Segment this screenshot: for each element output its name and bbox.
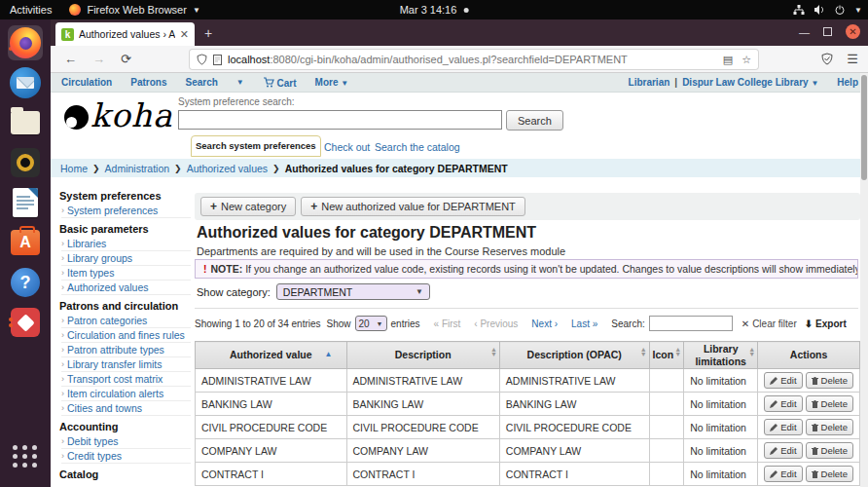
column-header-description[interactable]: Description▲▼ [346, 342, 499, 369]
edit-button[interactable]: Edit [764, 442, 802, 459]
reader-mode-icon[interactable]: ▤ [723, 54, 733, 66]
admin-sidebar: System preferences›System preferencesBas… [51, 185, 191, 482]
nav-library[interactable]: Dispur Law College Library ▼ [682, 77, 818, 88]
table-row: CONTRACT ICONTRACT ICONTRACT INo limitat… [196, 463, 860, 486]
minimize-button[interactable]: — [799, 26, 810, 38]
category-select[interactable]: DEPARTMENT▼ [276, 283, 430, 300]
back-button[interactable]: ← [64, 52, 77, 66]
clear-filter-button[interactable]: ✕Clear filter [741, 318, 797, 329]
delete-button[interactable]: Delete [806, 395, 853, 412]
tab-check-out[interactable]: Check out [324, 141, 370, 153]
forward-button[interactable]: → [92, 52, 105, 66]
delete-button[interactable]: Delete [806, 442, 853, 459]
koha-logo[interactable]: koha [64, 96, 173, 134]
pref-search-input[interactable] [178, 110, 502, 130]
dock-help[interactable]: ? [8, 265, 43, 300]
table-search-input[interactable] [649, 316, 733, 331]
table-controls: Showing 1 to 20 of 34 entries Show 20▼ e… [195, 315, 860, 332]
nav-search[interactable]: Search [185, 77, 217, 88]
dock-rhythmbox[interactable] [8, 145, 43, 180]
edit-button[interactable]: Edit [764, 372, 802, 389]
reload-button[interactable]: ⟳ [121, 52, 131, 66]
delete-button[interactable]: Delete [806, 466, 853, 482]
sidebar-section-title: Basic parameters [59, 223, 191, 235]
pagination-first[interactable]: « First [434, 318, 461, 329]
tab-close-icon[interactable]: ✕ [180, 28, 189, 41]
nav-circulation[interactable]: Circulation [61, 77, 112, 88]
delete-button[interactable]: Delete [806, 419, 853, 435]
thunderbird-icon [10, 67, 41, 98]
new-tab-button[interactable]: + [204, 25, 212, 41]
pagination-previous[interactable]: ‹ Previous [474, 318, 518, 329]
sidebar-item-circulation-and-fines-rules[interactable]: ›Circulation and fines rules [61, 328, 191, 343]
sidebar-item-debit-types[interactable]: ›Debit types [61, 434, 191, 449]
breadcrumb-administration[interactable]: Administration [105, 163, 170, 174]
bookmark-star-icon[interactable]: ☆ [741, 54, 751, 66]
chevron-right-icon: › [61, 239, 64, 248]
new-category-button[interactable]: +New category [200, 197, 296, 216]
shield-icon [197, 54, 207, 65]
page-size-select[interactable]: 20▼ [355, 316, 387, 331]
sidebar-item-library-groups[interactable]: ›Library groups [61, 251, 191, 266]
sidebar-item-item-circulation-alerts[interactable]: ›Item circulation alerts [61, 387, 191, 401]
table-search-label: Search: [611, 318, 644, 329]
sidebar-section-title: Accounting [59, 421, 191, 432]
breadcrumb-authorized-values[interactable]: Authorized values [187, 163, 268, 174]
edit-button[interactable]: Edit [764, 419, 802, 435]
clock[interactable]: Mar 3 14:16 [400, 4, 469, 16]
sidebar-item-patron-categories[interactable]: ›Patron categories [61, 314, 191, 328]
search-button[interactable]: Search [506, 110, 563, 131]
trash-icon [812, 377, 818, 385]
toolbar: +New category +New authorized value for … [195, 193, 860, 220]
browser-tab[interactable]: k Authorized values › Admi ✕ [55, 22, 195, 46]
sidebar-item-patron-attribute-types[interactable]: ›Patron attribute types [61, 343, 191, 357]
pagination-last[interactable]: Last » [571, 318, 597, 329]
activities-button[interactable]: Activities [10, 4, 52, 16]
tab-search-system-preferences[interactable]: Search system preferences [191, 135, 321, 157]
extension-shield-icon[interactable] [821, 53, 833, 65]
sidebar-item-authorized-values[interactable]: ›Authorized values [61, 281, 191, 295]
column-header-icon[interactable]: Icon▲▼ [649, 342, 684, 369]
sidebar-item-credit-types[interactable]: ›Credit types [61, 449, 191, 464]
authorized-values-table: Authorized value▲Description▲▼Descriptio… [195, 341, 860, 486]
dock-thunderbird[interactable] [8, 65, 43, 100]
delete-button[interactable]: Delete [806, 372, 853, 389]
column-header-authorized-value[interactable]: Authorized value▲ [196, 342, 347, 369]
cart-icon [263, 77, 274, 88]
app-menu[interactable]: Firefox Web Browser ▼ [69, 4, 199, 16]
close-button[interactable]: ✕ [846, 24, 860, 39]
new-authorized-value-button[interactable]: +New authorized value for DEPARTMENT [301, 197, 525, 216]
dock-firefox[interactable] [8, 25, 43, 60]
scrollbar-thumb[interactable] [861, 75, 867, 180]
breadcrumb-home[interactable]: Home [60, 163, 88, 174]
sidebar-item-transport-cost-matrix[interactable]: ›Transport cost matrix [61, 372, 191, 387]
nav-more[interactable]: More ▼ [315, 77, 349, 88]
scrollbar[interactable] [860, 73, 868, 487]
dock-files[interactable] [8, 105, 43, 140]
sidebar-item-system-preferences[interactable]: ›System preferences [61, 204, 191, 218]
maximize-button[interactable] [823, 27, 832, 36]
dock-show-applications[interactable] [8, 438, 43, 473]
export-button[interactable]: ⬇Export [805, 318, 847, 329]
nav-cart[interactable]: Cart [263, 77, 297, 89]
dock-writer[interactable] [8, 185, 43, 220]
sidebar-item-libraries[interactable]: ›Libraries [61, 237, 191, 251]
menu-hamburger-icon[interactable]: ☰ [847, 52, 858, 66]
sidebar-item-library-transfer-limits[interactable]: ›Library transfer limits [61, 357, 191, 372]
tab-search-catalog[interactable]: Search the catalog [375, 141, 460, 153]
nav-dropdown-caret[interactable]: ▼ [236, 78, 244, 87]
url-bar[interactable]: localhost:8080/cgi-bin/koha/admin/author… [190, 50, 758, 69]
sidebar-item-item-types[interactable]: ›Item types [61, 266, 191, 281]
nav-patrons[interactable]: Patrons [130, 77, 166, 88]
dock-ubuntu-software[interactable]: A [8, 225, 43, 260]
dock-remote-app[interactable] [8, 305, 43, 340]
sidebar-item-cities-and-towns[interactable]: ›Cities and towns [61, 401, 191, 416]
nav-help[interactable]: Help [837, 77, 858, 88]
column-header-library-limitations[interactable]: Library limitations▲▼ [684, 342, 758, 369]
pagination-next[interactable]: Next › [531, 318, 558, 329]
edit-button[interactable]: Edit [764, 395, 802, 412]
edit-button[interactable]: Edit [764, 466, 802, 482]
nav-user[interactable]: Librarian [629, 77, 670, 88]
column-header-description-opac-[interactable]: Description (OPAC)▲▼ [499, 342, 649, 369]
system-status-icons[interactable]: ▼ [793, 4, 862, 16]
